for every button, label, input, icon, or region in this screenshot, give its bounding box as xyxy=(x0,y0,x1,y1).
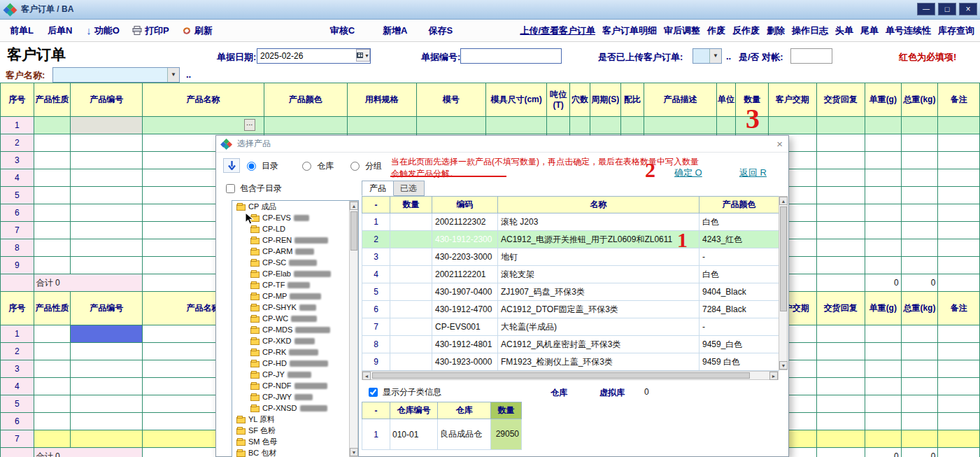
show-subclass-input[interactable] xyxy=(369,388,378,397)
order-detail-button[interactable]: 客户订单明细 xyxy=(602,24,657,37)
tab-products[interactable]: 产品 xyxy=(362,181,394,196)
grid-cell[interactable] xyxy=(71,187,143,204)
grid-cell[interactable] xyxy=(865,343,901,360)
grid-cell[interactable] xyxy=(34,169,71,187)
grid-cell[interactable] xyxy=(865,222,901,239)
grid-cell[interactable] xyxy=(34,395,71,413)
grid-cell[interactable] xyxy=(816,360,865,378)
color-cell[interactable]: 9459 白色 xyxy=(700,353,779,371)
prev-order-button[interactable]: 前单L xyxy=(10,24,34,37)
grid-cell[interactable] xyxy=(34,134,71,152)
grid-cell[interactable] xyxy=(570,117,590,134)
product-table-vertical-scrollbar[interactable]: ▲ ▼ xyxy=(779,196,788,370)
color-cell[interactable]: 白色 xyxy=(700,266,779,283)
delete-button[interactable]: 删除 xyxy=(767,24,785,37)
code-cell[interactable]: 430-1912-4700 xyxy=(432,301,498,318)
scroll-down-icon[interactable]: ▼ xyxy=(779,361,788,370)
name-cell[interactable]: 滚轮 J203 xyxy=(498,213,700,231)
grid-cell[interactable] xyxy=(938,257,980,274)
audit-button[interactable]: 审核C xyxy=(330,24,355,37)
grid-cell[interactable] xyxy=(816,257,865,274)
grid-cell[interactable] xyxy=(938,239,980,257)
tree-item-CP-REN[interactable]: CP-REN xyxy=(232,234,358,246)
number-continuity-button[interactable]: 单号连续性 xyxy=(886,24,931,37)
tree-item-CP-RK[interactable]: CP-RK xyxy=(232,346,358,358)
grid-cell[interactable] xyxy=(264,117,347,134)
warehouse-link[interactable]: 仓库 xyxy=(551,387,567,399)
grid-cell[interactable] xyxy=(71,325,143,343)
radio-group[interactable]: 分组 xyxy=(350,160,382,172)
grid-cell[interactable] xyxy=(901,395,938,413)
grid-cell[interactable] xyxy=(816,430,865,448)
grid-cell[interactable] xyxy=(716,117,736,134)
grid-cell[interactable] xyxy=(485,117,546,134)
grid-cell[interactable] xyxy=(816,117,865,134)
qty-cell[interactable] xyxy=(390,318,432,336)
print-button[interactable]: 打印P xyxy=(132,24,169,37)
tree-item-YL-原料[interactable]: YL 原料 xyxy=(232,414,358,425)
refresh-button[interactable]: 刷新 xyxy=(182,24,213,37)
grid-cell[interactable] xyxy=(938,222,980,239)
grid-cell[interactable] xyxy=(816,395,865,413)
tree-item-CP-MDS[interactable]: CP-MDS xyxy=(232,324,358,335)
chevron-down-icon[interactable]: ▼ xyxy=(167,68,179,82)
grid-cell[interactable] xyxy=(901,325,938,343)
grid-cell[interactable] xyxy=(865,239,901,257)
name-cell[interactable]: AC1912_电源开关推钮_用于ZL0609和ZL0611 xyxy=(498,231,700,248)
grid-cell[interactable] xyxy=(816,413,865,430)
grid-cell[interactable] xyxy=(938,117,980,134)
tree-item-CP-NDF[interactable]: CP-NDF xyxy=(232,380,358,391)
grid-cell[interactable] xyxy=(71,413,143,430)
return-button[interactable]: 返回 R xyxy=(739,167,767,179)
minimize-button[interactable] xyxy=(917,3,935,15)
void-button[interactable]: 作废 xyxy=(707,24,725,37)
grid-cell[interactable] xyxy=(736,117,769,134)
grid-cell[interactable] xyxy=(71,117,143,134)
grid-cell[interactable] xyxy=(769,117,816,134)
grid-cell[interactable] xyxy=(816,134,865,152)
grid-cell[interactable] xyxy=(865,395,901,413)
grid-cell[interactable] xyxy=(816,187,865,204)
tree-item-CP-成品[interactable]: CP 成品 xyxy=(232,201,358,212)
uploaded-more-link[interactable]: .. xyxy=(726,51,731,62)
code-cell[interactable]: 430-1907-0400 xyxy=(432,283,498,301)
grid-cell[interactable] xyxy=(71,239,143,257)
color-cell[interactable]: 9459_白色 xyxy=(700,336,779,353)
move-down-button[interactable] xyxy=(223,158,240,173)
scrollbar-thumb[interactable] xyxy=(350,211,357,251)
tree-item-SM-色母[interactable]: SM 色母 xyxy=(232,436,358,447)
grid-cell[interactable] xyxy=(34,152,71,169)
tree-item-CP-WC[interactable]: CP-WC xyxy=(232,313,358,324)
product-table-horizontal-scrollbar[interactable]: ◄ ► xyxy=(362,371,779,380)
first-order-button[interactable]: 头单 xyxy=(835,24,853,37)
grid-cell[interactable] xyxy=(34,378,71,395)
post-audit-adjust-button[interactable]: 审后调整 xyxy=(664,24,700,37)
name-cell[interactable]: 滚轮支架 xyxy=(498,266,700,283)
grid-cell[interactable] xyxy=(34,117,71,134)
grid-cell[interactable] xyxy=(938,204,980,222)
qty-cell[interactable] xyxy=(390,231,432,248)
close-button[interactable] xyxy=(959,3,977,15)
grid-cell[interactable] xyxy=(34,204,71,222)
grid-cell[interactable] xyxy=(865,360,901,378)
tree-item-CP-HD[interactable]: CP-HD xyxy=(232,358,358,369)
grid-cell[interactable] xyxy=(34,222,71,239)
calendar-picker-button[interactable]: ▼ xyxy=(356,49,370,62)
scroll-left-icon[interactable]: ◄ xyxy=(362,372,371,380)
code-cell[interactable]: 430-1912-4801 xyxy=(432,336,498,353)
name-cell[interactable]: 大轮盖(半成品) xyxy=(498,318,700,336)
grid-cell[interactable] xyxy=(865,325,901,343)
stock-query-button[interactable]: 库存查询 xyxy=(938,24,974,37)
grid-cell[interactable] xyxy=(938,152,980,169)
grid-cell[interactable] xyxy=(938,325,980,343)
qty-cell[interactable] xyxy=(390,266,432,283)
color-cell[interactable]: 9404_Black xyxy=(700,283,779,301)
grid-cell[interactable] xyxy=(816,325,865,343)
scroll-up-icon[interactable]: ▲ xyxy=(350,202,358,210)
code-cell[interactable]: 20021122302 xyxy=(432,213,498,231)
name-cell[interactable]: ZJ1907_码盘_环保3类 xyxy=(498,283,700,301)
radio-catalog-input[interactable] xyxy=(247,162,256,171)
grid-cell[interactable] xyxy=(71,222,143,239)
grid-cell[interactable] xyxy=(901,152,938,169)
grid-cell[interactable] xyxy=(71,152,143,169)
